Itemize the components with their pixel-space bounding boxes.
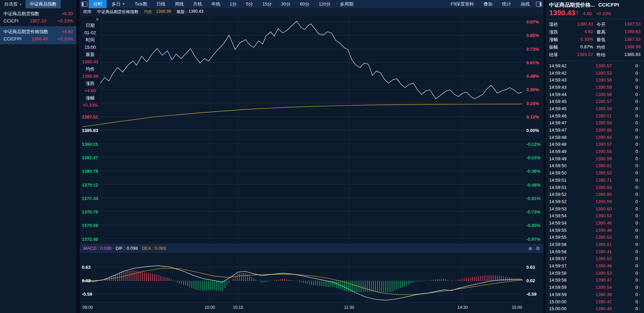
tick-row: 14:59:421390.530↑ — [549, 69, 641, 77]
tick-volume: 0↑ — [635, 249, 641, 254]
tick-list[interactable]: 14:59:421390.570↑14:59:421390.530↑14:59:… — [546, 61, 644, 313]
percent-axis-label: -0.12% — [526, 141, 540, 146]
watchlist-item[interactable]: 中证商品期货指数+6.30CCICFI1907.10+0.33% — [0, 8, 76, 26]
sidebar-tab[interactable]: 中证商品指数 — [26, 0, 61, 8]
watchlist-item[interactable]: 中证商品期货价格指数+4.60CCICFPI1390.43+0.33% — [0, 26, 76, 44]
tick-price: 1390.65 — [572, 192, 635, 197]
period-tab[interactable]: 1分 — [225, 0, 242, 8]
period-tab[interactable]: 周线 — [170, 0, 189, 8]
stat-value: 1399.63 — [612, 29, 641, 35]
instrument-change: +4.60 — [61, 29, 73, 34]
stat-label: 涨幅 — [549, 37, 561, 43]
toolbar-action[interactable]: 叠加 — [479, 0, 497, 8]
tick-row: 14:59:551390.480↑ — [549, 227, 641, 234]
tick-price: 1390.59 — [572, 156, 635, 161]
period-tab[interactable]: 60分 — [295, 0, 314, 8]
period-tab[interactable]: 年线 — [207, 0, 225, 8]
up-arrow-icon: ↑ — [638, 135, 641, 140]
caret-down-icon: ▾ — [20, 2, 21, 6]
tick-volume: 0↑ — [635, 213, 641, 218]
tick-price: 1390.57 — [572, 142, 635, 147]
period-tab-label: 日线 — [157, 1, 166, 7]
tick-row: 15:00:001390.470↑ — [549, 298, 641, 305]
tick-time: 14:59:55 — [549, 235, 572, 240]
tick-price: 1390.52 — [572, 213, 635, 218]
macd-axis-label: -0.59 — [82, 292, 92, 297]
up-arrow-icon: ↑ — [638, 285, 641, 290]
sidebar-tab[interactable]: 自选股▾ — [0, 0, 26, 8]
tick-time: 14:59:46 — [549, 113, 572, 118]
period-tab[interactable]: 日线 — [152, 0, 170, 8]
up-arrow-icon: ↑ — [638, 149, 641, 154]
period-tab-label: 5分 — [246, 1, 253, 7]
period-tab[interactable]: 分时 — [89, 0, 107, 8]
up-arrow-icon: ↑ — [638, 85, 641, 90]
tick-row: 14:59:471390.660↑ — [549, 126, 641, 134]
tick-time: 14:59:44 — [549, 92, 572, 97]
tick-volume-value: 0 — [635, 149, 638, 154]
period-tab-label: 月线 — [193, 1, 202, 7]
tooltip-label: 最新 — [80, 51, 100, 58]
period-tab[interactable]: 15分 — [258, 0, 276, 8]
period-tab[interactable]: 30分 — [276, 0, 295, 8]
tick-volume: 0↑ — [635, 113, 641, 118]
tick-volume: 0↑ — [635, 228, 641, 233]
tick-volume: 0↑ — [635, 285, 641, 290]
tick-volume-value: 0 — [635, 70, 638, 76]
period-tab[interactable]: 多周期 — [335, 0, 358, 8]
up-arrow-icon: ↑ — [638, 163, 641, 168]
percent-axis-label: -0.24% — [526, 155, 540, 160]
tick-volume-value: 0 — [635, 299, 638, 304]
stat-label: 结算 — [549, 52, 561, 58]
tick-row: 14:59:451390.580↑ — [549, 105, 641, 112]
macd-plot[interactable]: 0.630.02-0.59 — [80, 253, 524, 302]
instrument-price: 1907.10 — [30, 18, 46, 23]
tick-row: 14:59:561390.610↑ — [549, 241, 641, 248]
period-tab[interactable]: 月线 — [189, 0, 207, 8]
quote-panel: 中证商品期货价格... CCICFPI 1390.43↑ 4.60 +0.33%… — [544, 0, 644, 313]
tick-volume-value: 0 — [635, 120, 638, 125]
up-arrow-icon: ↑ — [638, 271, 641, 276]
last-price-label: 最新 : — [176, 9, 187, 15]
period-tab[interactable]: 多日▼ — [107, 0, 130, 8]
tick-row: 14:59:541390.460↑ — [549, 219, 641, 227]
watchlist[interactable]: 中证商品期货指数+6.30CCICFI1907.10+0.33%中证商品期货价格… — [0, 8, 76, 44]
tick-volume-value: 0 — [635, 213, 638, 218]
price-axis-label: 1385.83 — [82, 128, 98, 133]
instrument-name: 中证商品期货指数 — [3, 11, 39, 17]
period-tab[interactable]: 5分 — [242, 0, 258, 8]
tick-row: 14:59:481390.570↑ — [549, 141, 641, 148]
tick-volume-value: 0 — [635, 235, 638, 240]
toolbar-action[interactable]: F9深度资料 — [446, 0, 479, 8]
indicator-close-icon[interactable]: ⊗ — [528, 246, 533, 251]
tick-time: 14:59:51 — [549, 178, 572, 183]
percent-axis-label: -0.85% — [526, 223, 540, 228]
time-axis-label: 09:00 — [82, 305, 93, 310]
period-tab-label: 1分 — [230, 1, 237, 7]
tick-volume-value: 0 — [635, 256, 638, 261]
percent-axis-label: 0.61% — [526, 60, 539, 65]
tick-volume: 0↑ — [635, 235, 641, 240]
quote-code: CCICFPI — [598, 2, 619, 8]
tick-row: 14:59:521390.590↑ — [549, 198, 641, 205]
tick-volume: 0↑ — [635, 178, 641, 183]
period-tab-label: 120分 — [319, 1, 331, 7]
tick-volume-value: 0 — [635, 142, 638, 147]
tick-time: 14:59:47 — [549, 120, 572, 125]
panel-toggle-left-icon[interactable] — [80, 0, 89, 8]
up-arrow-icon: ↑ — [638, 277, 641, 283]
up-arrow-icon: ↑ — [638, 178, 641, 183]
stat-value: 1388.99 — [612, 44, 641, 50]
tick-price: 1390.55 — [572, 149, 635, 154]
toolbar-action[interactable]: 统计 — [497, 0, 516, 8]
price-plot[interactable]: ✕ 日期01-02时间15:00最新1390.43均价1388.99涨跌+4.6… — [80, 16, 524, 244]
up-arrow-icon: ↑ — [638, 77, 641, 83]
period-tab[interactable]: 120分 — [314, 0, 335, 8]
panel-toggle-right-icon[interactable] — [535, 0, 544, 8]
period-tab[interactable]: Tick图 — [130, 0, 152, 8]
indicator-settings-icon[interactable]: ⚙ — [536, 246, 540, 251]
percent-axis-label: 0.48% — [526, 74, 539, 79]
toolbar-action[interactable]: 画线 — [516, 0, 535, 8]
time-axis-label: 14:30 — [458, 305, 468, 310]
tooltip-close-icon[interactable]: ✕ — [96, 17, 99, 22]
